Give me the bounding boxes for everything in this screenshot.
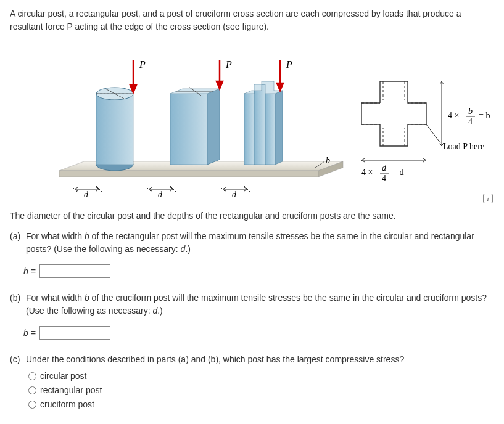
svg-rect-15 [244,94,254,165]
load-p-here-label: Load P here [443,142,484,151]
svg-marker-11 [207,89,220,165]
svg-line-46 [426,124,440,143]
eq2-bot: 4 [468,117,473,126]
svg-rect-17 [265,94,275,165]
part-a-label: (a) [10,230,26,243]
part-c-text: Under the conditions described in parts … [26,353,494,366]
part-b-text: For what width b of the cruciform post w… [26,292,494,317]
svg-marker-1 [59,171,318,177]
svg-marker-25 [277,83,283,91]
problem-intro: A circular post, a rectangular post, and… [10,7,494,33]
part-a-answer-input[interactable] [39,264,110,278]
eq2-right: = b [479,111,490,120]
radio-rectangular-input[interactable] [28,386,36,394]
info-icon[interactable]: i [483,194,493,203]
b-label-slab: b [326,156,330,165]
part-a: (a) For what width b of the rectangular … [10,230,494,278]
d-label-1: d [84,190,89,199]
eq1-top: d [382,163,387,173]
eq2-top: b [468,107,473,116]
svg-rect-4 [96,94,133,165]
radio-cruciform-input[interactable] [28,401,36,409]
svg-marker-23 [217,81,223,89]
part-a-answer-prefix: b = [23,265,36,278]
figure-container: P P P d d d b [10,38,494,205]
svg-rect-16 [254,84,265,165]
part-c-label: (c) [10,353,26,366]
radio-circular-input[interactable] [28,372,36,380]
eq2-left: 4 × [448,111,459,120]
part-c: (c) Under the conditions described in pa… [10,353,494,411]
figure-svg: P P P d d d b [35,38,491,205]
p-label-2: P [225,59,232,70]
radio-option-rectangular[interactable]: rectangular post [28,384,494,397]
svg-marker-18 [275,91,283,165]
part-a-text: For what width b of the rectangular post… [26,230,494,256]
p-label-3: P [286,59,292,70]
part-b-answer-input[interactable] [39,326,110,340]
p-label-1: P [139,59,146,70]
radio-circular-label: circular post [40,370,86,383]
eq1-bot: 4 [382,174,386,183]
eq1-right: = d [392,168,403,177]
svg-rect-10 [170,94,207,165]
part-b: (b) For what width b of the cruciform po… [10,292,494,340]
radio-cruciform-label: cruciform post [40,398,94,411]
note-line: The diameter of the circular post and th… [10,210,494,222]
radio-option-cruciform[interactable]: cruciform post [28,398,494,411]
radio-rectangular-label: rectangular post [40,384,102,397]
d-label-2: d [158,190,163,199]
part-b-answer-prefix: b = [23,327,36,340]
radio-option-circular[interactable]: circular post [28,370,494,383]
eq1-left: 4 × [361,168,373,177]
d-label-3: d [232,190,237,199]
part-b-label: (b) [10,292,26,304]
